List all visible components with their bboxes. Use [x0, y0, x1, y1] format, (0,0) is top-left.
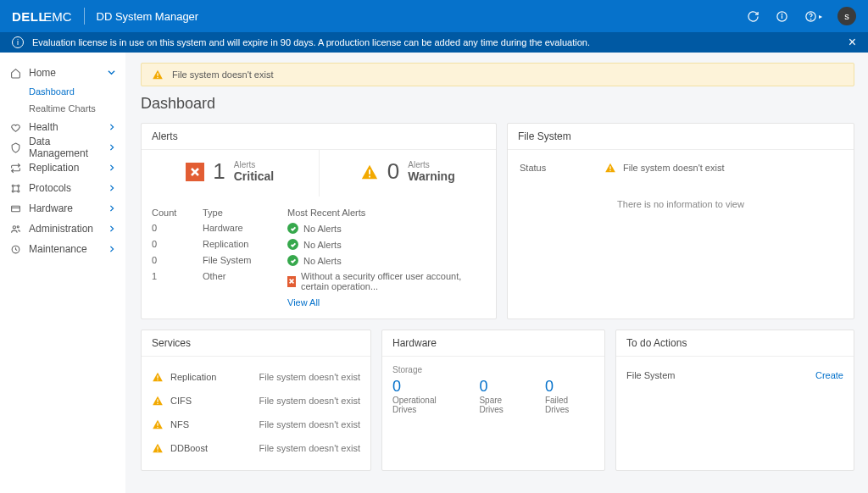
protocols-icon — [8, 183, 22, 194]
app-name: DD System Manager — [97, 10, 199, 23]
sidebar-sub-dashboard[interactable]: Dashboard — [0, 83, 125, 100]
hardware-icon — [8, 203, 22, 214]
svg-rect-16 — [369, 169, 370, 174]
topbar-actions: ▸ s — [746, 7, 856, 25]
data-management-icon — [8, 142, 22, 153]
svg-rect-19 — [609, 170, 610, 171]
ok-icon — [287, 223, 298, 234]
table-row: 0 File System No Alerts — [152, 252, 486, 269]
services-title: Services — [142, 330, 370, 357]
view-all-link[interactable]: View All — [287, 297, 320, 307]
svg-point-7 — [12, 190, 14, 191]
sidebar-item-protocols[interactable]: Protocols — [0, 178, 125, 198]
table-row: 0 Replication No Alerts — [152, 236, 486, 252]
svg-point-6 — [17, 185, 19, 186]
close-icon[interactable]: × — [849, 36, 856, 49]
alerts-title: Alerts — [142, 124, 496, 150]
warning-icon — [152, 442, 164, 454]
svg-rect-26 — [157, 446, 158, 450]
service-row: Replication File system doesn't exist — [152, 365, 360, 389]
brand: DELLEMC DD System Manager — [12, 8, 198, 25]
chevron-down-icon — [108, 69, 115, 78]
table-row: 0 Hardware No Alerts — [152, 220, 486, 236]
ok-icon — [287, 255, 298, 266]
main-content: File system doesn't exist Dashboard Aler… — [125, 53, 868, 493]
todo-title: To do Actions — [616, 330, 854, 357]
home-icon — [8, 68, 22, 79]
filesystem-title: File System — [508, 124, 854, 150]
warning-icon — [152, 418, 164, 430]
brand-logo: DELLEMC — [12, 9, 72, 24]
sidebar-item-health[interactable]: Health — [0, 117, 125, 137]
warning-icon — [604, 162, 616, 174]
warning-icon — [360, 163, 379, 181]
service-row: NFS File system doesn't exist — [152, 413, 360, 436]
svg-point-8 — [17, 190, 19, 191]
svg-rect-17 — [369, 175, 370, 177]
alerts-critical[interactable]: 1 Alerts Critical — [142, 150, 319, 197]
maintenance-icon — [8, 244, 22, 255]
chevron-down-icon: ▸ — [819, 13, 822, 20]
chevron-right-icon — [108, 224, 115, 234]
drive-spare[interactable]: 0 Spare Drives — [479, 378, 528, 414]
sidebar-item-maintenance[interactable]: Maintenance — [0, 239, 125, 259]
svg-point-11 — [13, 225, 15, 228]
todo-row: File System Create — [626, 365, 843, 385]
chevron-right-icon — [108, 123, 115, 132]
svg-rect-24 — [157, 423, 158, 426]
sidebar-item-replication[interactable]: Replication — [0, 158, 125, 178]
alert-banner: File system doesn't exist — [141, 63, 854, 86]
create-link[interactable]: Create — [815, 370, 843, 380]
sidebar-item-hardware[interactable]: Hardware — [0, 198, 125, 219]
page-title: Dashboard — [141, 95, 854, 113]
info-icon: i — [12, 36, 24, 48]
sidebar-item-home[interactable]: Home — [0, 63, 125, 83]
todo-card: To do Actions File System Create — [615, 330, 854, 471]
critical-icon — [287, 276, 296, 287]
drive-failed[interactable]: 0 Failed Drives — [545, 378, 594, 414]
svg-rect-14 — [157, 73, 158, 76]
storage-label: Storage — [392, 365, 594, 374]
svg-point-5 — [12, 185, 14, 186]
svg-rect-15 — [157, 77, 158, 78]
license-notice: i Evaluation license is in use on this s… — [0, 32, 868, 53]
alerts-warning[interactable]: 0 Alerts Warning — [319, 150, 497, 197]
ok-icon — [287, 239, 298, 250]
table-row: 1 Other Without a security officer user … — [152, 269, 486, 294]
sidebar-item-data-management[interactable]: Data Management — [0, 137, 125, 158]
health-icon — [8, 122, 22, 133]
chevron-right-icon — [108, 245, 115, 254]
svg-point-2 — [782, 14, 782, 14]
filesystem-noinfo: There is no information to view — [520, 174, 842, 209]
brand-divider — [84, 8, 85, 25]
filesystem-status: Status File system doesn't exist — [520, 162, 842, 174]
help-icon — [804, 9, 817, 23]
chevron-right-icon — [108, 184, 115, 193]
svg-rect-22 — [157, 399, 158, 402]
chevron-right-icon — [108, 143, 115, 152]
svg-rect-23 — [157, 403, 158, 404]
user-avatar[interactable]: s — [837, 7, 856, 25]
alerts-card: Alerts 1 Alerts Critical — [141, 123, 497, 319]
filesystem-card: File System Status File system doesn't e… — [507, 123, 854, 319]
refresh-icon[interactable] — [746, 9, 760, 23]
drive-operational[interactable]: 0 Operational Drives — [392, 378, 462, 414]
svg-point-4 — [810, 19, 811, 19]
sidebar: Home Dashboard Realtime Charts Health Da… — [0, 53, 125, 493]
alerts-table: Count Type Most Recent Alerts 0 Hardware… — [152, 205, 486, 294]
svg-rect-9 — [11, 206, 19, 212]
info-icon[interactable] — [775, 9, 788, 23]
sidebar-sub-realtime-charts[interactable]: Realtime Charts — [0, 100, 125, 117]
svg-point-12 — [17, 225, 19, 227]
alert-banner-text: File system doesn't exist — [172, 69, 273, 80]
hardware-card: Hardware Storage 0 Operational Drives 0 … — [381, 330, 605, 471]
critical-icon — [186, 163, 204, 181]
administration-icon — [8, 224, 22, 235]
svg-rect-27 — [157, 451, 158, 451]
sidebar-item-administration[interactable]: Administration — [0, 219, 125, 239]
top-bar: DELLEMC DD System Manager ▸ s — [0, 0, 868, 32]
service-row: CIFS File system doesn't exist — [152, 389, 360, 413]
warning-icon — [152, 69, 164, 80]
notice-text: Evaluation license is in use on this sys… — [32, 37, 590, 47]
help-menu[interactable]: ▸ — [804, 9, 822, 23]
